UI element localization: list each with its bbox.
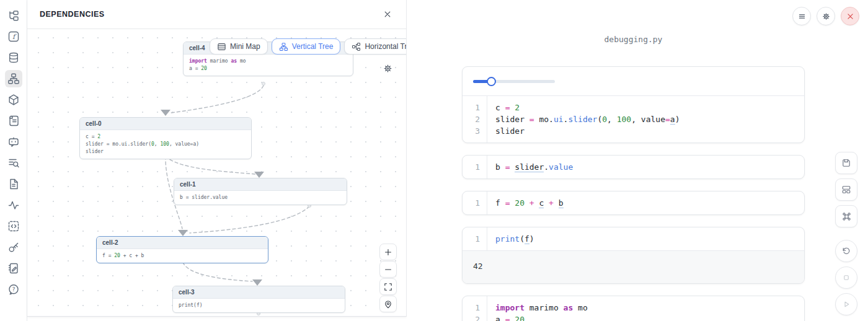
view-vertical-tree-button[interactable]: Vertical Tree — [272, 38, 341, 55]
shutdown-button[interactable] — [841, 7, 859, 25]
graph-center-view-button[interactable] — [379, 296, 397, 312]
sidebar-item-dependencies[interactable] — [5, 70, 22, 87]
dependency-graph-canvas[interactable]: cell-4import marimo as moa = 20cell-0c =… — [27, 29, 406, 316]
stop-button[interactable] — [835, 266, 857, 289]
node-code: f = 20 + c + b — [97, 249, 268, 263]
line-numbers: 1 — [463, 227, 487, 250]
graph-zoom-in-button[interactable] — [379, 244, 397, 260]
layout-button[interactable] — [835, 178, 857, 201]
line-numbers: 1 — [463, 156, 487, 178]
sidebar-item-data-sources[interactable] — [5, 49, 22, 66]
document-icon — [7, 178, 20, 190]
graph-settings-button[interactable] — [381, 62, 394, 75]
save-icon — [841, 158, 851, 168]
layout-icon — [841, 185, 851, 195]
stop-icon — [841, 273, 851, 283]
zoom-controls — [379, 244, 397, 312]
notebook-cell: 123c = 2slider = mo.ui.slider(0, 100, va… — [462, 66, 805, 143]
node-title: cell-2 — [97, 237, 268, 249]
save-button[interactable] — [835, 152, 857, 174]
top-actions — [792, 7, 859, 25]
notebook-filename: debugging.py — [462, 35, 805, 44]
command-icon — [841, 211, 852, 222]
graph-fit-view-button[interactable] — [379, 278, 397, 295]
right-action-rail — [835, 152, 857, 315]
notebook-area: debugging.py 123c = 2slider = mo.ui.slid… — [407, 0, 868, 321]
vertical-tree-icon — [279, 42, 288, 51]
keyboard-shortcuts-button[interactable] — [835, 205, 857, 227]
tracing-icon — [7, 199, 20, 211]
view-button-label: Mini Map — [230, 42, 260, 51]
close-panel-button[interactable] — [381, 8, 394, 20]
scroll-icon — [7, 115, 20, 127]
node-title: cell-1 — [174, 178, 347, 191]
cells-list: 123c = 2slider = mo.ui.slider(0, 100, va… — [462, 66, 805, 321]
line-numbers: 123 — [463, 96, 487, 143]
sidebar-item-logs[interactable] — [5, 154, 22, 172]
marimo-app: f? DEPENDENCIES — [0, 0, 868, 321]
sidebar-item-tracing[interactable] — [5, 196, 22, 214]
node-code: print(f) — [173, 299, 345, 312]
code-editor[interactable]: 1f = 20 + c + b — [463, 191, 804, 214]
code-editor[interactable]: 1b = slider.value — [463, 156, 804, 178]
package-icon — [7, 94, 20, 106]
notebook-cell: 123import marimo as moa = 20 — [462, 296, 805, 321]
undo-button[interactable] — [835, 240, 857, 262]
code-editor[interactable]: 123import marimo as moa = 20 — [463, 296, 804, 321]
key-icon — [7, 241, 20, 253]
close-icon — [383, 9, 392, 19]
expand-icon — [383, 282, 393, 292]
cells-column: debugging.py 123c = 2slider = mo.ui.slid… — [462, 0, 805, 321]
line-numbers: 1 — [463, 191, 487, 214]
graph-node-cell-3[interactable]: cell-3print(f) — [172, 286, 345, 313]
database-icon — [7, 51, 20, 64]
dependency-graph-icon — [7, 73, 20, 85]
svg-text:f: f — [12, 33, 16, 41]
snippets-icon — [7, 220, 20, 232]
gear-icon — [383, 63, 393, 74]
code-editor[interactable]: 123c = 2slider = mo.ui.slider(0, 100, va… — [463, 96, 804, 143]
sidebar-item-packages[interactable] — [5, 91, 22, 108]
plus-icon — [383, 247, 393, 257]
sidebar-item-documentation[interactable] — [5, 175, 22, 193]
sidebar-item-variables[interactable]: f — [5, 28, 22, 45]
sidebar-item-snippets[interactable] — [5, 218, 22, 235]
code-lines: import marimo as moa = 20 — [487, 296, 804, 321]
view-mini-map-button[interactable]: Mini Map — [210, 38, 268, 55]
view-toggle: Mini MapVertical TreeHorizontal Tree — [210, 38, 406, 55]
chat-icon — [7, 136, 20, 148]
node-title: cell-3 — [173, 286, 345, 299]
dependencies-panel-header: DEPENDENCIES — [27, 0, 406, 29]
settings-button[interactable] — [817, 7, 835, 25]
view-horizontal-tree-button[interactable]: Horizontal Tree — [344, 38, 406, 55]
mini-map-icon — [217, 42, 226, 51]
sidebar-item-scratchpad[interactable] — [5, 260, 22, 277]
play-icon — [841, 299, 851, 309]
sidebar-item-outline[interactable] — [5, 112, 22, 130]
graph-node-cell-0[interactable]: cell-0c = 2slider = mo.ui.slider(0, 100,… — [79, 117, 252, 159]
run-button[interactable] — [835, 293, 857, 315]
code-lines: f = 20 + c + b — [487, 191, 804, 214]
node-code: import marimo as moa = 20 — [184, 55, 353, 76]
node-title: cell-0 — [80, 118, 251, 130]
dependencies-panel: DEPENDENCIES — [27, 0, 407, 317]
cell-output — [463, 67, 804, 95]
code-editor[interactable]: 1print(f) — [463, 227, 804, 250]
code-lines: print(f) — [487, 227, 804, 250]
slider-widget[interactable] — [473, 76, 555, 86]
panel-title: DEPENDENCIES — [40, 10, 105, 19]
notebook-cell: 1print(f)42 — [462, 227, 805, 284]
sidebar-item-secrets[interactable] — [5, 239, 22, 256]
graph-node-cell-2[interactable]: cell-2f = 20 + c + b — [96, 236, 268, 263]
sidebar-item-chat[interactable] — [5, 133, 22, 151]
view-button-label: Horizontal Tree — [365, 42, 406, 51]
scratchpad-icon — [7, 262, 20, 275]
graph-zoom-out-button[interactable] — [379, 261, 397, 278]
menu-button[interactable] — [792, 7, 811, 25]
code-lines: c = 2slider = mo.ui.slider(0, 100, value… — [487, 96, 804, 143]
list-tree-icon — [7, 9, 20, 22]
sidebar-item-file-explorer[interactable] — [5, 7, 22, 24]
sidebar-item-help[interactable]: ? — [5, 281, 22, 298]
graph-node-cell-1[interactable]: cell-1b = slider.value — [174, 178, 347, 205]
slider-thumb[interactable] — [487, 77, 496, 86]
